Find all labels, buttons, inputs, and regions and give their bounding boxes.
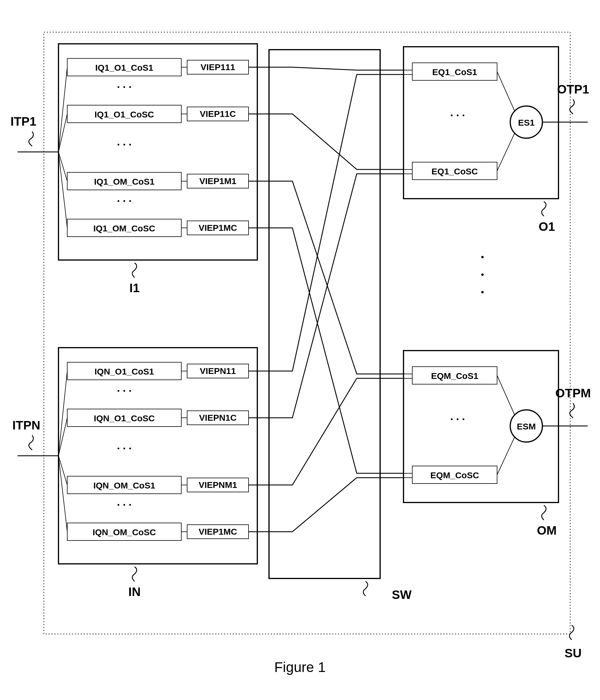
iq-row-2: IQN_OM_CoS1 VIEPNM1: [67, 476, 248, 494]
leader-squiggle-icon: [29, 131, 33, 146]
svg-point-18: [129, 144, 131, 146]
svg-point-47: [123, 504, 125, 506]
leader-squiggle-icon: [542, 202, 546, 216]
leader-squiggle-icon: [363, 581, 368, 596]
input-block-i1: IQ1_O1_CoS1 VIEP111 IQ1_O1_CoSC VIEP11C …: [18, 44, 257, 260]
svg-point-98: [481, 291, 484, 293]
port-label: OTPM: [555, 386, 591, 400]
iq-label: IQN_OM_CoSC: [93, 527, 156, 537]
viep-label: VIEPNM1: [198, 480, 237, 490]
svg-point-45: [129, 448, 131, 449]
iq-row-3: IQN_OM_CoSC VIEP1MC: [67, 523, 248, 541]
svg-point-20: [123, 200, 125, 202]
svg-point-16: [118, 144, 119, 146]
leader-squiggle-icon: [570, 99, 574, 114]
svg-point-13: [118, 86, 119, 88]
svg-point-17: [123, 144, 125, 146]
leader-squiggle-icon: [570, 403, 574, 418]
iq-row-1: IQ1_O1_CoSC VIEP11C: [67, 105, 248, 123]
port-label: OTP1: [557, 82, 589, 96]
leader-squiggle-icon: [542, 505, 546, 520]
viep-label: VIEP1MC: [198, 527, 237, 536]
leader-squiggle-icon: [29, 435, 33, 450]
iq-label: IQN_O1_CoSC: [94, 414, 155, 423]
iq-label: IQ1_O1_CoSC: [94, 109, 154, 119]
svg-point-21: [129, 200, 131, 202]
diagram-root: IQ1_O1_CoS1 VIEP111 IQ1_O1_CoSC VIEP11C …: [0, 0, 600, 700]
iq-row-3: IQ1_OM_CoSC VIEP1MC: [67, 219, 248, 236]
viep-label: VIEP1M1: [199, 176, 237, 186]
svg-point-59: [462, 115, 464, 116]
eq-label: EQM_CoS1: [431, 371, 478, 381]
svg-point-42: [129, 390, 131, 392]
svg-point-72: [462, 418, 464, 420]
block-label: IN: [128, 585, 141, 599]
scheduler-label: ES1: [518, 118, 535, 127]
input-block-in: IQN_O1_CoS1 VIEPN11 IQN_O1_CoSC VIEPN1C …: [18, 348, 257, 564]
svg-point-44: [123, 448, 125, 449]
svg-point-48: [129, 504, 131, 506]
svg-point-41: [123, 390, 125, 392]
iq-row-1: IQN_O1_CoSC VIEPN1C: [67, 409, 248, 427]
iq-label: IQ1_OM_CoS1: [94, 177, 155, 186]
leader-squiggle-icon: [133, 567, 137, 581]
scheduler-label: ESM: [517, 422, 536, 431]
viep-label: VIEPN1C: [199, 413, 237, 422]
viep-label: VIEP1MC: [198, 223, 237, 232]
port-label: ITPN: [12, 418, 40, 432]
eq-label: EQ1_CoS1: [432, 67, 477, 77]
output-block-om: EQM_CoS1 EQM_CoSC ESM: [404, 351, 588, 502]
iq-label: IQ1_O1_CoS1: [95, 63, 153, 72]
figure-caption: Figure 1: [274, 659, 326, 675]
block-label: O1: [538, 220, 555, 233]
iq-label: IQN_OM_CoS1: [93, 481, 155, 490]
svg-point-71: [457, 418, 458, 420]
svg-point-97: [481, 273, 484, 276]
eq-label: EQ1_CoSC: [432, 167, 478, 176]
outer-label: SU: [565, 646, 582, 660]
leader-squiggle-icon: [133, 263, 137, 278]
svg-point-57: [451, 115, 453, 116]
iq-row-0: IQN_O1_CoS1 VIEPN11: [67, 362, 248, 380]
svg-point-58: [457, 115, 458, 116]
eq-label: EQM_CoSC: [430, 470, 479, 480]
svg-point-96: [481, 256, 484, 258]
svg-point-40: [118, 390, 119, 392]
viep-label: VIEP11C: [200, 109, 236, 119]
leader-squiggle-icon: [570, 625, 574, 640]
output-block-o1: EQ1_CoS1 EQ1_CoSC ES1: [404, 47, 588, 199]
svg-point-15: [129, 86, 131, 88]
iq-label: IQN_O1_CoS1: [94, 367, 154, 376]
svg-point-70: [451, 418, 453, 420]
switch-block: [269, 50, 380, 578]
svg-point-14: [123, 86, 125, 88]
svg-point-19: [118, 200, 119, 202]
viep-label: VIEP111: [200, 62, 235, 72]
iq-row-0: IQ1_O1_CoS1 VIEP111: [67, 58, 248, 76]
viep-label: VIEPN11: [200, 366, 236, 376]
port-label: ITP1: [10, 115, 37, 128]
svg-point-43: [118, 448, 119, 449]
iq-label: IQ1_OM_CoSC: [93, 224, 155, 233]
block-label: OM: [537, 524, 557, 537]
block-label: I1: [129, 281, 140, 295]
ellipsis-icon: [481, 256, 484, 293]
svg-point-46: [118, 504, 119, 506]
iq-row-2: IQ1_OM_CoS1 VIEP1M1: [67, 172, 248, 190]
switch-label: SW: [392, 588, 412, 602]
